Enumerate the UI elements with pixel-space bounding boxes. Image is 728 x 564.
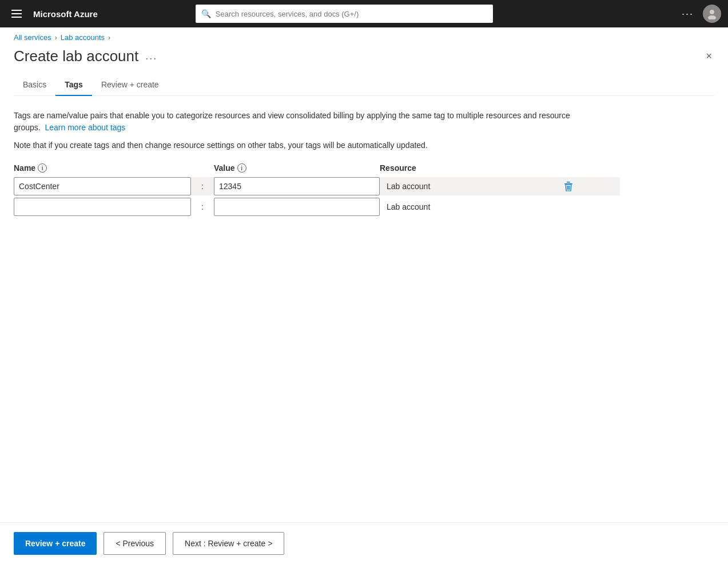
delete-tag-button-1[interactable] bbox=[551, 178, 586, 194]
topbar-right: ··· bbox=[682, 5, 721, 23]
tab-basics[interactable]: Basics bbox=[14, 74, 55, 96]
svg-point-1 bbox=[708, 15, 716, 19]
breadcrumb-lab-accounts[interactable]: Lab accounts bbox=[61, 33, 105, 42]
table-row: : Lab account bbox=[14, 177, 620, 195]
close-button[interactable]: × bbox=[703, 48, 714, 65]
col-header-name: Name i bbox=[14, 163, 191, 173]
svg-rect-2 bbox=[564, 183, 572, 185]
page-header-more-options[interactable]: ... bbox=[145, 50, 157, 62]
tag-value-input-2[interactable] bbox=[214, 198, 380, 216]
svg-rect-3 bbox=[567, 182, 570, 183]
search-input[interactable] bbox=[216, 10, 487, 18]
svg-point-0 bbox=[710, 10, 714, 14]
table-row: : Lab account bbox=[14, 198, 620, 216]
tags-table: Name i Value i Resource : Lab account bbox=[14, 163, 620, 216]
tag-name-input-1[interactable] bbox=[14, 177, 191, 195]
page-title: Create lab account bbox=[14, 47, 138, 65]
brand-logo: Microsoft Azure bbox=[33, 9, 98, 19]
user-avatar[interactable] bbox=[703, 5, 721, 23]
learn-more-link[interactable]: Learn more about tags bbox=[45, 123, 125, 132]
col-header-value: Value i bbox=[214, 163, 380, 173]
breadcrumb-all-services[interactable]: All services bbox=[14, 33, 51, 42]
tag-name-input-2[interactable] bbox=[14, 198, 191, 216]
tags-description: Tags are name/value pairs that enable yo… bbox=[14, 110, 586, 134]
tags-table-header: Name i Value i Resource bbox=[14, 163, 620, 177]
tab-tags[interactable]: Tags bbox=[55, 74, 92, 96]
name-info-icon[interactable]: i bbox=[38, 163, 47, 173]
topbar-more-options[interactable]: ··· bbox=[682, 8, 694, 20]
resource-cell-1: Lab account bbox=[380, 182, 551, 191]
colon-sep-2: : bbox=[191, 202, 214, 211]
tags-note: Note that if you create tags and then ch… bbox=[14, 141, 586, 150]
main-content: Basics Tags Review + create Tags are nam… bbox=[0, 74, 728, 216]
colon-sep-1: : bbox=[191, 182, 214, 191]
breadcrumb: All services › Lab accounts › bbox=[0, 27, 728, 47]
col-header-resource: Resource bbox=[380, 163, 551, 173]
tab-bar: Basics Tags Review + create bbox=[14, 74, 714, 96]
search-icon: 🔍 bbox=[201, 9, 211, 18]
tag-value-input-1[interactable] bbox=[214, 177, 380, 195]
breadcrumb-sep-1: › bbox=[55, 34, 57, 42]
value-info-icon[interactable]: i bbox=[237, 163, 246, 173]
page-header: Create lab account ... × bbox=[0, 47, 728, 74]
hamburger-menu[interactable] bbox=[7, 7, 26, 20]
breadcrumb-sep-2: › bbox=[108, 34, 110, 42]
resource-cell-2: Lab account bbox=[380, 202, 551, 211]
search-bar: 🔍 bbox=[196, 5, 493, 23]
topbar: Microsoft Azure 🔍 ··· bbox=[0, 0, 728, 27]
tab-review-create[interactable]: Review + create bbox=[92, 74, 168, 96]
